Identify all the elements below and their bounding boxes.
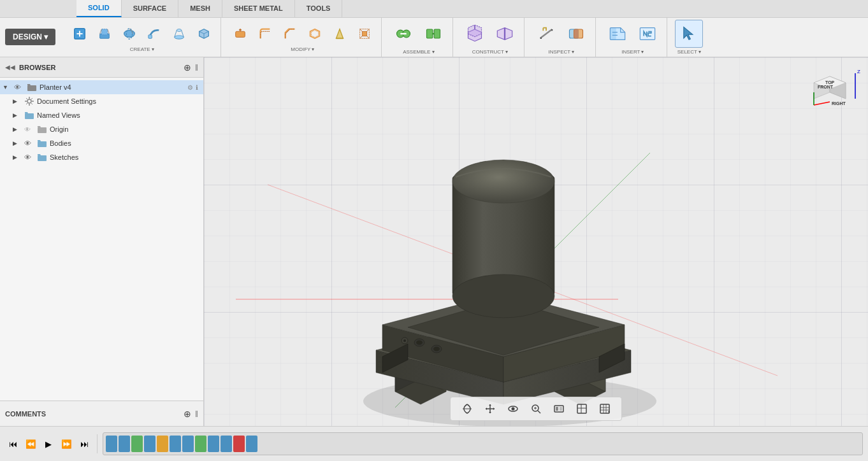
shell-button[interactable] bbox=[303, 22, 326, 45]
select-button[interactable] bbox=[675, 20, 703, 48]
svg-rect-40 bbox=[38, 155, 47, 161]
grid-settings-tool[interactable]: ▾ bbox=[596, 400, 614, 418]
zoom-tool[interactable] bbox=[527, 400, 545, 418]
tree-item-doc-settings[interactable]: ▶ Document Settings bbox=[0, 94, 203, 108]
svg-rect-39 bbox=[38, 141, 47, 147]
rigid-group-button[interactable] bbox=[419, 20, 447, 48]
insert-group: INSERT ▾ bbox=[598, 18, 667, 57]
timeline-item[interactable] bbox=[144, 436, 156, 452]
viewport[interactable]: Z FRONT RIGHT TOP bbox=[204, 57, 868, 426]
grid-display-tool[interactable] bbox=[573, 400, 591, 418]
tree-label-origin: Origin bbox=[50, 125, 198, 133]
tree-item-sketches[interactable]: ▶ 👁 Sketches bbox=[0, 150, 203, 164]
press-pull-button[interactable] bbox=[229, 22, 252, 45]
look-tool[interactable] bbox=[504, 400, 522, 418]
timeline-separator bbox=[97, 434, 98, 453]
select-tools bbox=[675, 20, 703, 48]
browser-resize-icon[interactable]: ‖ bbox=[195, 64, 198, 71]
svg-point-66 bbox=[512, 408, 515, 411]
svg-rect-30 bbox=[574, 29, 579, 38]
timeline-item[interactable] bbox=[246, 436, 257, 452]
modify-tools bbox=[229, 22, 376, 45]
timeline-item[interactable] bbox=[221, 436, 232, 452]
tree-item-root[interactable]: ▼ 👁 Planter v4 ⚙ ℹ bbox=[0, 80, 203, 94]
comments-resize-icon[interactable]: ‖ bbox=[195, 410, 198, 417]
timeline-item[interactable] bbox=[106, 436, 117, 452]
eye-root[interactable]: 👁 bbox=[14, 83, 24, 91]
timeline-item[interactable] bbox=[208, 436, 219, 452]
fillet-button[interactable] bbox=[254, 22, 277, 45]
pan-tool[interactable] bbox=[481, 400, 499, 418]
3d-model bbox=[319, 108, 701, 426]
timeline-step-fwd[interactable]: ⏩ bbox=[59, 436, 74, 451]
joint-button[interactable] bbox=[389, 20, 417, 48]
sidebar: ◀◀ BROWSER ⊕ ‖ ▼ 👁 Planter v4 ⚙ ℹ ▶ bbox=[0, 57, 204, 426]
root-info-icon[interactable]: ℹ bbox=[196, 84, 198, 91]
display-mode-tool[interactable] bbox=[550, 400, 568, 418]
timeline-go-end[interactable]: ⏭ bbox=[76, 436, 92, 451]
measure-button[interactable] bbox=[532, 20, 560, 48]
timeline-play[interactable]: ▶ bbox=[41, 436, 56, 451]
tree-item-bodies[interactable]: ▶ 👁 Bodies bbox=[0, 136, 203, 150]
svg-rect-37 bbox=[25, 113, 34, 119]
chamfer-button[interactable] bbox=[278, 22, 301, 45]
modify-label[interactable]: MODIFY ▾ bbox=[229, 46, 376, 52]
draft-button[interactable] bbox=[328, 22, 351, 45]
eye-origin[interactable]: 👁 bbox=[24, 126, 34, 133]
svg-point-49 bbox=[416, 341, 423, 345]
timeline-item[interactable] bbox=[195, 436, 206, 452]
interference-button[interactable] bbox=[562, 20, 590, 48]
tab-tools[interactable]: TOOLS bbox=[295, 0, 343, 17]
orbit-tool[interactable] bbox=[458, 400, 476, 418]
browser-menu-icon[interactable]: ⊕ bbox=[184, 62, 191, 73]
create-group: CREATE ▾ bbox=[63, 18, 221, 57]
eye-sketches[interactable]: 👁 bbox=[24, 153, 34, 161]
timeline-item[interactable] bbox=[182, 436, 194, 452]
svg-rect-38 bbox=[38, 127, 47, 133]
timeline-step-back[interactable]: ⏪ bbox=[23, 436, 38, 451]
midplane-button[interactable] bbox=[491, 20, 519, 48]
eye-bodies[interactable]: 👁 bbox=[24, 139, 34, 147]
tree-arrow-origin: ▶ bbox=[13, 126, 22, 132]
select-label[interactable]: SELECT ▾ bbox=[675, 49, 703, 55]
tab-mesh[interactable]: MESH bbox=[178, 0, 222, 17]
tab-surface[interactable]: SURFACE bbox=[122, 0, 179, 17]
timeline-item[interactable] bbox=[119, 436, 130, 452]
extrude-button[interactable] bbox=[93, 22, 116, 45]
tab-solid[interactable]: SOLID bbox=[76, 0, 122, 17]
create-label[interactable]: CREATE ▾ bbox=[68, 46, 215, 52]
timeline-item[interactable] bbox=[233, 436, 245, 452]
revolve-button[interactable] bbox=[118, 22, 141, 45]
collapse-icon[interactable]: ◀◀ bbox=[5, 64, 15, 71]
svg-text:TOP: TOP bbox=[825, 80, 835, 85]
comments-add-icon[interactable]: ⊕ bbox=[184, 409, 191, 419]
svg-text:FRONT: FRONT bbox=[818, 85, 834, 89]
timeline-item[interactable] bbox=[170, 436, 181, 452]
insert-mesh-button[interactable] bbox=[604, 20, 632, 48]
tree-item-named-views[interactable]: ▶ Named Views bbox=[0, 108, 203, 122]
tree-item-origin[interactable]: ▶ 👁 Origin bbox=[0, 122, 203, 136]
browser-tree: ▼ 👁 Planter v4 ⚙ ℹ ▶ Document Settings ▶ bbox=[0, 78, 203, 401]
design-button[interactable]: DESIGN ▾ bbox=[5, 29, 55, 45]
svg-rect-34 bbox=[640, 28, 655, 40]
construct-label[interactable]: CONSTRUCT ▾ bbox=[461, 49, 519, 55]
timeline-item[interactable] bbox=[157, 436, 168, 452]
view-cube[interactable]: Z FRONT RIGHT TOP bbox=[807, 67, 858, 118]
offset-plane-button[interactable] bbox=[461, 20, 489, 48]
root-settings-icon[interactable]: ⚙ bbox=[187, 84, 193, 91]
timeline-item[interactable] bbox=[131, 436, 143, 452]
assemble-label[interactable]: ASSEMBLE ▾ bbox=[389, 49, 447, 55]
insert-svg-button[interactable] bbox=[633, 20, 662, 48]
sweep-button[interactable] bbox=[143, 22, 166, 45]
construct-tools bbox=[461, 20, 519, 48]
loft-button[interactable] bbox=[168, 22, 191, 45]
toolbar: SOLID SURFACE MESH SHEET METAL TOOLS DES… bbox=[0, 0, 868, 57]
viewport-bottom-toolbar: ▾ bbox=[450, 397, 622, 421]
inspect-label[interactable]: INSPECT ▾ bbox=[532, 49, 590, 55]
new-component-button[interactable] bbox=[68, 22, 91, 45]
tab-sheet-metal[interactable]: SHEET METAL bbox=[222, 0, 295, 17]
scale-button[interactable] bbox=[353, 22, 376, 45]
timeline-go-start[interactable]: ⏮ bbox=[5, 436, 20, 451]
box-button[interactable] bbox=[192, 22, 215, 45]
insert-label[interactable]: INSERT ▾ bbox=[604, 49, 662, 55]
